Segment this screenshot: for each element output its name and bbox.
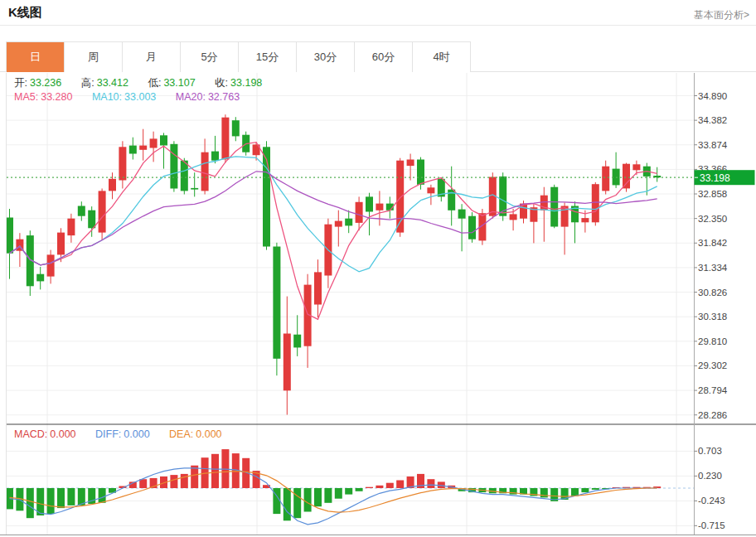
candle-body bbox=[427, 187, 434, 193]
candle-body bbox=[6, 218, 13, 254]
macd-bar bbox=[170, 475, 177, 488]
tab-月[interactable]: 月 bbox=[123, 42, 181, 72]
y-axis-label: 0.230 bbox=[698, 471, 722, 481]
candle-body bbox=[284, 334, 291, 391]
macd-bar bbox=[221, 449, 229, 488]
y-axis-label: -0.715 bbox=[698, 520, 725, 530]
tab-日[interactable]: 日 bbox=[7, 42, 65, 72]
candle-body bbox=[221, 118, 229, 160]
kline-chart-canvas: 34.89034.38233.87433.36632.85832.35031.8… bbox=[0, 73, 756, 537]
tab-周[interactable]: 周 bbox=[65, 42, 123, 72]
candle-body bbox=[335, 221, 342, 227]
candle-body bbox=[623, 164, 630, 189]
macd-bar bbox=[67, 488, 75, 506]
candle-body bbox=[345, 219, 352, 226]
macd-bar bbox=[376, 486, 383, 488]
candle-body bbox=[232, 120, 240, 136]
y-axis-label: 29.302 bbox=[698, 360, 727, 370]
candle-body bbox=[602, 167, 609, 191]
y-axis-label: 28.794 bbox=[698, 385, 728, 395]
candle-body bbox=[191, 188, 198, 190]
tab-15分[interactable]: 15分 bbox=[239, 42, 297, 72]
candle-body bbox=[510, 214, 517, 220]
candle-body bbox=[129, 146, 137, 154]
macd-bar bbox=[211, 454, 219, 488]
y-axis-label: 32.350 bbox=[698, 214, 727, 224]
candle-body bbox=[88, 210, 95, 229]
candle-body bbox=[109, 179, 116, 191]
candle-body bbox=[201, 152, 209, 191]
interval-tabbar: 日周月5分15分30分60分4时 bbox=[0, 41, 756, 72]
dea-line bbox=[10, 472, 657, 513]
candle-body bbox=[67, 219, 75, 235]
macd-bar bbox=[356, 488, 363, 491]
y-axis-label: 34.890 bbox=[698, 91, 727, 101]
macd-bar bbox=[386, 483, 394, 488]
tab-30分[interactable]: 30分 bbox=[297, 42, 355, 72]
fundamental-analysis-link[interactable]: 基本面分析> bbox=[694, 8, 749, 22]
macd-bar bbox=[47, 488, 55, 514]
macd-bar bbox=[57, 488, 65, 508]
y-axis-label: 29.810 bbox=[698, 336, 727, 346]
y-axis-label: 32.858 bbox=[698, 189, 727, 199]
y-axis-label: 30.826 bbox=[698, 288, 727, 298]
macd-bar bbox=[99, 488, 106, 503]
ma10-line bbox=[10, 157, 657, 272]
tab-60分[interactable]: 60分 bbox=[355, 42, 413, 72]
kline-page: { "header": { "title": "K线图", "link": "基… bbox=[0, 0, 756, 537]
candle-body bbox=[47, 254, 55, 276]
macd-bar bbox=[540, 488, 548, 497]
macd-bar bbox=[335, 488, 342, 499]
page-title: K线图 bbox=[8, 5, 42, 21]
candle-body bbox=[139, 146, 147, 150]
tab-4时[interactable]: 4时 bbox=[413, 42, 471, 72]
candle-body bbox=[407, 160, 414, 167]
macd-bar bbox=[314, 488, 322, 506]
macd-bar bbox=[581, 488, 589, 492]
y-axis-label: 31.334 bbox=[698, 263, 728, 273]
candle-body bbox=[57, 233, 65, 255]
macd-bar bbox=[396, 481, 404, 489]
ma5-line bbox=[10, 143, 657, 320]
candle-body bbox=[36, 274, 44, 282]
candle-body bbox=[160, 135, 167, 145]
macd-bar bbox=[427, 479, 434, 488]
interval-tabs: 日周月5分15分30分60分4时 bbox=[6, 41, 471, 72]
candle-body bbox=[314, 272, 322, 304]
y-axis-label: 34.382 bbox=[698, 115, 727, 125]
candle-body bbox=[417, 160, 424, 185]
macd-bar bbox=[345, 488, 352, 495]
y-axis-label: 28.286 bbox=[698, 410, 727, 420]
candle-body bbox=[211, 152, 219, 161]
macd-bar bbox=[284, 488, 291, 520]
candle-body bbox=[119, 147, 126, 180]
y-axis-label: -0.243 bbox=[698, 496, 725, 506]
candle-body bbox=[356, 202, 363, 223]
macd-bar bbox=[592, 488, 599, 490]
macd-bar bbox=[366, 487, 373, 488]
tab-5分[interactable]: 5分 bbox=[181, 42, 239, 72]
candle-body bbox=[78, 206, 85, 216]
macd-bar bbox=[191, 466, 198, 488]
candle-body bbox=[613, 169, 620, 186]
candle-body bbox=[550, 187, 558, 227]
candle-body bbox=[150, 138, 158, 148]
macd-bar bbox=[304, 488, 312, 512]
y-axis-label: 0.703 bbox=[698, 446, 722, 456]
candle-body bbox=[468, 216, 476, 239]
candle-body bbox=[581, 218, 589, 222]
candle-body bbox=[366, 196, 373, 211]
macd-bar bbox=[139, 479, 147, 488]
candle-body bbox=[273, 247, 280, 359]
candle-body bbox=[170, 144, 177, 189]
macd-bar bbox=[324, 488, 332, 503]
macd-bar bbox=[27, 488, 34, 518]
candle-body bbox=[632, 164, 640, 170]
y-axis-label: 30.318 bbox=[698, 312, 727, 322]
candle-body bbox=[458, 210, 466, 219]
candle-body bbox=[181, 161, 188, 191]
y-axis-label: 31.842 bbox=[698, 238, 727, 248]
macd-bar bbox=[293, 488, 301, 518]
candle-body bbox=[520, 204, 527, 219]
candle-body bbox=[293, 335, 301, 348]
